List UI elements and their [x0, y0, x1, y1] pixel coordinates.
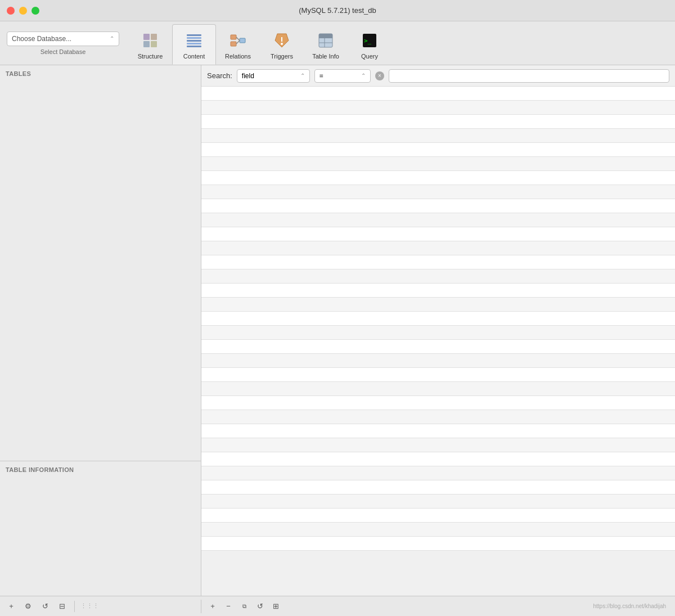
database-selector[interactable]: Choose Database... ⌃ Select Database — [7, 32, 119, 55]
table-row[interactable] — [201, 213, 675, 227]
minimize-button[interactable] — [19, 7, 27, 15]
refresh-button[interactable]: ↺ — [38, 600, 52, 613]
search-label: Search: — [207, 71, 232, 80]
search-bar: Search: field ⌃ = ⌃ × — [201, 65, 675, 87]
svg-line-12 — [236, 37, 240, 41]
tab-relations[interactable]: Relations — [216, 24, 260, 65]
svg-rect-10 — [231, 42, 236, 46]
search-operator-select[interactable]: = ⌃ — [314, 69, 371, 83]
svg-text:>_: >_ — [364, 37, 372, 44]
plus-icon: + — [210, 602, 215, 610]
table-row[interactable] — [201, 326, 675, 340]
triggers-icon — [273, 32, 291, 50]
tab-structure[interactable]: Structure — [128, 24, 172, 65]
table-row[interactable] — [201, 298, 675, 312]
table-row[interactable] — [201, 509, 675, 523]
svg-rect-0 — [143, 34, 150, 40]
settings-button[interactable]: ⚙ — [21, 600, 35, 613]
data-table[interactable] — [201, 87, 675, 596]
tab-tableinfo[interactable]: Table Info — [304, 24, 348, 65]
window-title: (MySQL 5.7.21) test_db — [299, 6, 376, 15]
tab-triggers[interactable]: Triggers — [260, 24, 304, 65]
table-row[interactable] — [201, 396, 675, 410]
table-row[interactable] — [201, 466, 675, 480]
svg-point-16 — [281, 43, 283, 45]
search-field-value: field — [242, 72, 254, 80]
svg-rect-19 — [319, 37, 332, 38]
database-dropdown[interactable]: Choose Database... ⌃ — [7, 32, 119, 46]
filter-button[interactable]: ⊟ — [55, 600, 69, 613]
sidebar: TABLES TABLE INFORMATION — [0, 65, 201, 596]
tables-list[interactable] — [0, 80, 201, 461]
table-row[interactable] — [201, 382, 675, 396]
bottom-bar: + ⚙ ↺ ⊟ ⋮⋮⋮ + − ⧉ ↺ ⊞ https://blog.csdn.… — [0, 596, 675, 616]
table-row[interactable] — [201, 255, 675, 269]
svg-rect-6 — [187, 40, 201, 42]
close-button[interactable] — [7, 7, 15, 15]
tab-content[interactable]: Content — [172, 24, 216, 65]
tables-title: TABLES — [6, 70, 31, 77]
table-row[interactable] — [201, 480, 675, 494]
table-row[interactable] — [201, 185, 675, 199]
table-row[interactable] — [201, 312, 675, 326]
table-row[interactable] — [201, 523, 675, 537]
add-row-button[interactable]: + — [206, 600, 219, 613]
search-field-select[interactable]: field ⌃ — [237, 69, 310, 83]
table-row[interactable] — [201, 269, 675, 284]
table-row[interactable] — [201, 171, 675, 185]
table-row[interactable] — [201, 354, 675, 368]
close-icon: × — [378, 73, 381, 79]
svg-line-13 — [236, 41, 240, 44]
svg-rect-11 — [240, 38, 245, 43]
refresh-icon: ↺ — [42, 602, 48, 610]
export-button[interactable]: ⊞ — [269, 600, 282, 613]
table-row[interactable] — [201, 424, 675, 438]
watermark-text: https://blog.csdn.net/khadijah — [593, 603, 670, 609]
search-clear-button[interactable]: × — [375, 71, 384, 80]
table-row[interactable] — [201, 199, 675, 213]
table-row[interactable] — [201, 129, 675, 143]
table-row[interactable] — [201, 537, 675, 551]
chevron-down-icon: ⌃ — [300, 73, 305, 79]
refresh-icon: ↺ — [257, 602, 263, 610]
table-row[interactable] — [201, 157, 675, 171]
table-row[interactable] — [201, 227, 675, 241]
table-row[interactable] — [201, 368, 675, 382]
table-row[interactable] — [201, 143, 675, 157]
content-tab-label: Content — [183, 53, 205, 60]
main-layout: TABLES TABLE INFORMATION Search: field ⌃… — [0, 65, 675, 596]
remove-row-button[interactable]: − — [222, 600, 235, 613]
table-row[interactable] — [201, 101, 675, 115]
table-row[interactable] — [201, 87, 675, 101]
maximize-button[interactable] — [32, 7, 39, 15]
tab-query[interactable]: >_ Query — [348, 24, 392, 65]
chevron-down-icon: ⌃ — [361, 73, 366, 79]
table-info-section: TABLE INFORMATION — [0, 461, 201, 596]
db-label: Select Database — [40, 48, 86, 55]
duplicate-icon: ⧉ — [242, 603, 246, 610]
duplicate-row-button[interactable]: ⧉ — [237, 600, 251, 613]
table-row[interactable] — [201, 241, 675, 255]
table-row[interactable] — [201, 284, 675, 298]
filter-icon: ⊟ — [59, 602, 65, 610]
table-info-title: TABLE INFORMATION — [6, 466, 74, 473]
relations-tab-label: Relations — [225, 53, 251, 60]
plus-icon: + — [9, 602, 14, 610]
svg-rect-1 — [151, 34, 157, 40]
tableinfo-icon — [317, 32, 335, 50]
add-table-button[interactable]: + — [4, 600, 18, 613]
svg-rect-8 — [187, 46, 201, 47]
refresh-rows-button[interactable]: ↺ — [253, 600, 267, 613]
table-row[interactable] — [201, 115, 675, 129]
db-dropdown-text: Choose Database... — [12, 35, 71, 43]
table-row[interactable] — [201, 438, 675, 452]
table-row[interactable] — [201, 452, 675, 466]
table-row[interactable] — [201, 340, 675, 354]
table-row[interactable] — [201, 410, 675, 424]
table-row[interactable] — [201, 494, 675, 509]
search-value-input[interactable] — [389, 69, 669, 83]
svg-rect-3 — [151, 41, 157, 47]
content-icon — [185, 32, 203, 50]
bottom-left-controls: + ⚙ ↺ ⊟ ⋮⋮⋮ — [0, 600, 201, 613]
gear-icon: ⚙ — [25, 602, 32, 610]
